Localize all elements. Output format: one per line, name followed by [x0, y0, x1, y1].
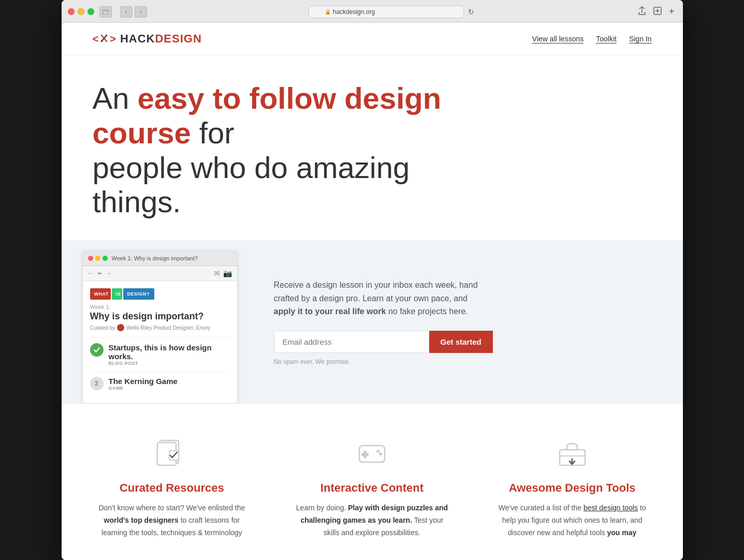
feature-curated-resources: Curated Resources Don't know where to st… [82, 435, 262, 539]
url-text: hackdesign.org [333, 8, 375, 16]
mock-item1-title: Startups, this is how design works. [109, 343, 230, 361]
forward-button[interactable]: › [135, 6, 147, 18]
mock-curated-by: Curated by Wells Riley Product Designer,… [90, 324, 230, 331]
mock-maximize-dot [103, 256, 108, 261]
traffic-lights [68, 8, 94, 15]
mock-item2-title: The Kerning Game [109, 377, 178, 386]
feature-design-tools: Awesome Design Tools We've curated a lis… [483, 435, 662, 539]
interactive-content-icon [354, 435, 390, 471]
mock-item1-type: BLOG POST [109, 361, 230, 366]
email-cta-end: no fake projects here. [386, 307, 468, 316]
svg-rect-12 [361, 453, 369, 456]
hero-section: An easy to follow design course for peop… [62, 55, 683, 240]
site-nav: View all lessons Toolkit Sign In [532, 35, 652, 43]
hero-line1-suffix: for [191, 116, 235, 150]
mock-curator-avatar [117, 324, 124, 331]
design-tools-icon [554, 435, 590, 471]
mock-email-content: WHAT IS DESIGN? Week 1: Why is design im… [83, 281, 237, 403]
maximize-button[interactable] [87, 8, 94, 15]
close-button[interactable] [68, 8, 75, 15]
hero-headline: An easy to follow design course for peop… [93, 81, 497, 219]
nav-view-all-lessons[interactable]: View all lessons [532, 35, 583, 43]
back-button[interactable]: ‹ [120, 6, 133, 18]
address-bar[interactable]: 🔒 hackdesign.org [309, 6, 464, 18]
mock-week-label: Week 1: [90, 304, 230, 310]
mock-curator-name: Wells Riley Product Designer, Envoy [126, 325, 210, 331]
hero-line1-prefix: An [93, 81, 138, 115]
mock-item2-info: The Kerning Game GAME [109, 377, 178, 391]
mock-item-2: 2 The Kerning Game GAME [90, 371, 230, 396]
mock-item-1: Startups, this is how design works. BLOG… [90, 337, 230, 371]
svg-rect-0 [103, 9, 109, 14]
mock-title: Week 1: Why is design important? [112, 255, 198, 261]
hero-line1-highlight: easy to follow design course [93, 81, 442, 150]
hero-line2: people who do amazing things. [93, 151, 410, 219]
mock-email-title: Why is design important? [90, 311, 230, 322]
curated-resources-title: Curated Resources [93, 481, 252, 495]
mock-colorbar: WHAT IS DESIGN? [90, 288, 230, 300]
design-tools-desc: We've curated a list of the best design … [493, 502, 652, 539]
mock-item2-type: GAME [109, 386, 178, 391]
nav-toolkit[interactable]: Toolkit [596, 35, 617, 43]
mock-browser-bar: Week 1: Why is design important? [83, 251, 237, 266]
email-cta: Receive a design lesson in your inbox ea… [248, 240, 683, 404]
mock-item1-info: Startups, this is how design works. BLOG… [109, 343, 230, 366]
email-input[interactable] [274, 331, 429, 353]
email-mockup: Week 1: Why is design important? ← ↞ → ✉… [62, 240, 248, 404]
page-content: < > HACKDESIGN View all les [62, 23, 683, 559]
nav-buttons: ‹ › [120, 6, 147, 18]
mock-nav-icons: ✉ 📷 [214, 269, 232, 277]
window-view-button[interactable] [99, 6, 112, 18]
add-tab-button[interactable] [651, 6, 664, 18]
email-cta-bold: apply it to your real life work [274, 307, 386, 316]
email-section: Week 1: Why is design important? ← ↞ → ✉… [62, 240, 683, 404]
logo-chevron-left-icon: < [93, 34, 99, 44]
address-bar-container: 🔒 hackdesign.org ↻ [152, 6, 631, 18]
logo: < > HACKDESIGN [93, 32, 202, 46]
nav-sign-in[interactable]: Sign In [629, 35, 652, 43]
mock-minimize-dot [95, 256, 100, 261]
site-header: < > HACKDESIGN View all les [62, 23, 683, 55]
share-button[interactable] [636, 5, 648, 18]
feature-interactive-content: Interactive Content Learn by doing. Play… [282, 435, 462, 539]
logo-chevron-right-icon: > [110, 34, 116, 44]
mock-back-arrow2: ↞ [97, 270, 103, 277]
logo-design: DESIGN [155, 32, 201, 45]
browser-window: ‹ › 🔒 hackdesign.org ↻ [62, 0, 683, 559]
mock-traffic-lights [88, 256, 108, 261]
colorbar-design: DESIGN? [123, 288, 154, 300]
logo-hack: HACK [120, 32, 155, 45]
mock-close-dot [88, 256, 93, 261]
no-spam-text: No spam ever. We promise. [274, 358, 657, 365]
mock-back-arrow: ← [88, 270, 94, 277]
mock-browser: Week 1: Why is design important? ← ↞ → ✉… [82, 250, 238, 404]
email-cta-plain: Receive a design lesson in your inbox ea… [274, 281, 478, 303]
colorbar-what: WHAT [90, 288, 111, 300]
minimize-button[interactable] [78, 8, 84, 15]
logo-icon: < > [93, 33, 116, 45]
mock-item1-check [90, 343, 104, 357]
mock-email-icon: ✉ [214, 269, 220, 277]
browser-right-controls: + [636, 5, 677, 18]
get-started-button[interactable]: Get started [429, 331, 493, 353]
mock-curated-label: Curated by [90, 325, 115, 331]
curated-resources-icon [154, 435, 190, 471]
design-tools-title: Awesome Design Tools [493, 481, 652, 495]
refresh-button[interactable]: ↻ [468, 8, 474, 16]
logo-text: HACKDESIGN [120, 32, 202, 46]
svg-point-14 [379, 452, 382, 455]
svg-point-13 [376, 450, 380, 453]
browser-chrome: ‹ › 🔒 hackdesign.org ↻ [62, 0, 683, 23]
mock-forward-arrow: → [106, 270, 112, 277]
curated-resources-desc: Don't know where to start? We've enliste… [93, 502, 252, 539]
features-section: Curated Resources Don't know where to st… [62, 404, 683, 559]
lock-icon: 🔒 [325, 9, 331, 14]
mock-nav-row: ← ↞ → ✉ 📷 [83, 266, 237, 281]
mock-camera-icon: 📷 [223, 269, 232, 277]
email-cta-description: Receive a design lesson in your inbox ea… [274, 278, 491, 318]
new-tab-plus-button[interactable]: + [667, 5, 677, 18]
colorbar-is: IS [112, 288, 122, 300]
interactive-content-desc: Learn by doing. Play with design puzzles… [293, 502, 451, 539]
design-tools-link[interactable]: best design tools [583, 504, 638, 512]
logo-pencil-icon [98, 33, 110, 45]
